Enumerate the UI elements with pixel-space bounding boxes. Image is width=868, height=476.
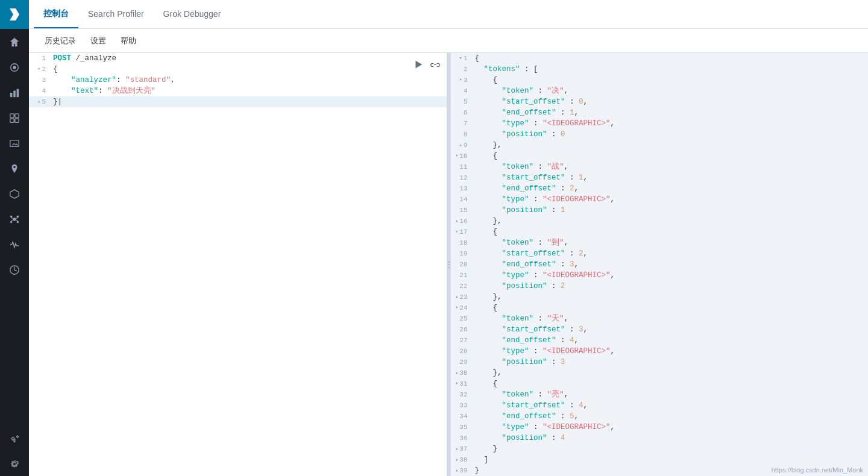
out-content-22: "position" : 2 [473, 281, 864, 292]
out-content-31: { [473, 378, 864, 389]
output-line-25: 25 "token" : "天", [451, 313, 869, 324]
svg-point-1 [13, 66, 16, 69]
out-lnum-17: ▾17 [451, 227, 473, 237]
out-content-6: "end_offset" : 1, [473, 107, 864, 118]
fold-out-31[interactable]: ▾ [452, 378, 458, 389]
uptime-icon[interactable] [0, 258, 29, 282]
fold-out-17[interactable]: ▾ [452, 227, 458, 237]
dev-tools-icon[interactable] [0, 427, 29, 451]
out-lnum-10: ▾10 [451, 151, 473, 161]
left-panel: 1 POST /_analyze ▾2 { 3 "analyzer [29, 53, 447, 476]
out-content-1: { [473, 53, 864, 64]
output-line-10: ▾10 { [451, 151, 869, 161]
out-lnum-19: 19 [451, 248, 473, 259]
output-line-17: ▾17 { [451, 227, 869, 237]
out-content-12: "start_offset" : 1, [473, 172, 864, 183]
out-content-30: }, [473, 368, 864, 378]
svg-point-11 [13, 218, 16, 221]
svg-rect-4 [17, 89, 19, 98]
code-line-2: ▾2 { [29, 64, 447, 75]
graph-icon[interactable] [0, 207, 29, 231]
output-line-30: ▴30 }, [451, 368, 869, 378]
input-editor[interactable]: 1 POST /_analyze ▾2 { 3 "analyzer [29, 53, 447, 476]
out-lnum-28: 28 [451, 346, 473, 357]
fold-out-38[interactable]: ▴ [452, 454, 458, 465]
output-editor[interactable]: ▾1 { 2 "tokens" : [ ▾3 { 4 "token" : [451, 53, 869, 476]
output-line-1: ▾1 { [451, 53, 869, 64]
output-line-23: ▴23 }, [451, 292, 869, 302]
out-content-36: "position" : 4 [473, 433, 864, 443]
settings-icon[interactable] [0, 452, 29, 476]
fold-out-16[interactable]: ▴ [452, 216, 458, 227]
out-lnum-22: 22 [451, 281, 473, 292]
out-content-5: "start_offset" : 0, [473, 96, 864, 107]
output-line-33: 33 "start_offset" : 4, [451, 400, 869, 411]
tab-search-profiler[interactable]: Search Profiler [78, 0, 154, 28]
output-line-8: 8 "position" : 0 [451, 129, 869, 140]
fold-btn-2[interactable]: ▾ [34, 64, 40, 75]
apm-icon[interactable] [0, 233, 29, 257]
output-line-24: ▾24 { [451, 302, 869, 313]
fold-out-37[interactable]: ▴ [452, 443, 458, 454]
out-lnum-31: ▾31 [451, 378, 473, 389]
sidebar [0, 0, 29, 476]
out-lnum-15: 15 [451, 205, 473, 216]
fold-out-23[interactable]: ▴ [452, 292, 458, 302]
out-lnum-14: 14 [451, 194, 473, 205]
output-line-4: 4 "token" : "决", [451, 86, 869, 96]
out-content-2: "tokens" : [ [473, 64, 864, 75]
help-button[interactable]: 帮助 [115, 33, 142, 49]
discover-icon[interactable] [0, 55, 29, 80]
svg-rect-3 [13, 90, 16, 97]
out-lnum-33: 33 [451, 400, 473, 411]
history-button[interactable]: 历史记录 [39, 33, 82, 49]
maps-icon[interactable] [0, 157, 29, 181]
out-lnum-18: 18 [451, 237, 473, 248]
fold-out-10[interactable]: ▾ [452, 151, 458, 161]
output-line-32: 32 "token" : "亮", [451, 389, 869, 400]
out-content-17: { [473, 227, 864, 237]
fold-out-3[interactable]: ▾ [456, 75, 462, 86]
output-line-16: ▴16 }, [451, 216, 869, 227]
output-line-29: 29 "position" : 3 [451, 357, 869, 368]
tab-grok-debugger[interactable]: Grok Debugger [154, 0, 231, 28]
canvas-icon[interactable] [0, 131, 29, 155]
home-icon[interactable] [0, 30, 29, 54]
fold-out-9[interactable]: ▴ [456, 140, 462, 151]
run-button[interactable] [412, 58, 425, 73]
out-lnum-27: 27 [451, 335, 473, 346]
copy-curl-button[interactable] [429, 58, 442, 73]
out-content-26: "start_offset" : 3, [473, 324, 864, 335]
out-lnum-12: 12 [451, 172, 473, 183]
out-content-37: } [473, 443, 864, 454]
line-content-4: "text": "决战到天亮" [51, 86, 442, 96]
out-content-39: } [473, 465, 864, 476]
out-lnum-29: 29 [451, 357, 473, 368]
output-line-9: ▴9 }, [451, 140, 869, 151]
out-lnum-26: 26 [451, 324, 473, 335]
out-content-34: "end_offset" : 5, [473, 411, 864, 422]
out-content-9: }, [473, 140, 864, 151]
out-content-27: "end_offset" : 4, [473, 335, 864, 346]
output-line-37: ▴37 } [451, 443, 869, 454]
out-lnum-2: 2 [451, 64, 473, 75]
settings-button[interactable]: 设置 [84, 33, 112, 49]
visualize-icon[interactable] [0, 81, 29, 105]
out-content-15: "position" : 1 [473, 205, 864, 216]
fold-out-30[interactable]: ▴ [452, 368, 458, 378]
out-lnum-11: 11 [451, 161, 473, 172]
fold-out-39[interactable]: ▴ [452, 465, 458, 476]
ml-icon[interactable] [0, 182, 29, 206]
output-line-13: 13 "end_offset" : 2, [451, 183, 869, 194]
svg-point-12 [10, 216, 13, 218]
output-line-11: 11 "token" : "战", [451, 161, 869, 172]
dashboard-icon[interactable] [0, 106, 29, 130]
svg-rect-5 [10, 114, 14, 117]
fold-out-1[interactable]: ▾ [456, 53, 462, 64]
tab-console[interactable]: 控制台 [34, 0, 78, 28]
fold-btn-5[interactable]: ▴ [34, 96, 40, 107]
line-content-3: "analyzer": "standard", [51, 75, 442, 86]
output-line-2: 2 "tokens" : [ [451, 64, 869, 75]
out-content-32: "token" : "亮", [473, 389, 864, 400]
fold-out-24[interactable]: ▾ [452, 302, 458, 313]
